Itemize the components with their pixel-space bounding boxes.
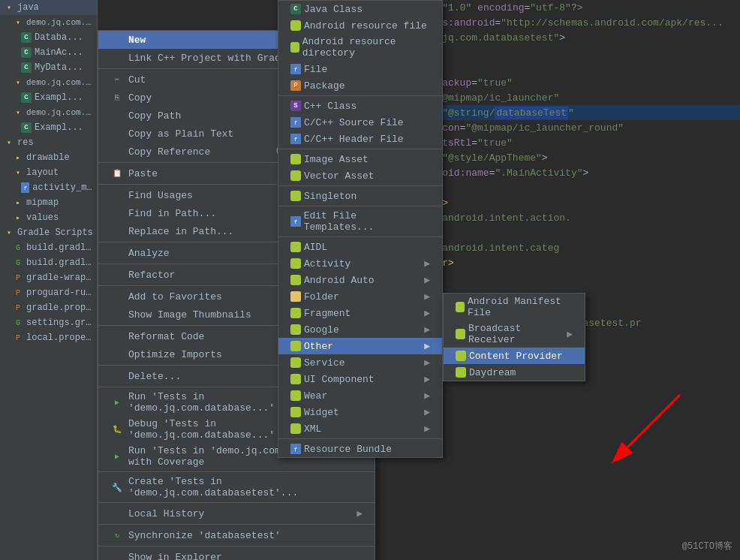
tree-item-mydata[interactable]: C MyData... — [0, 60, 97, 75]
menu-item-local-history[interactable]: Local History ▶ — [98, 504, 375, 522]
tree-item-exampl1[interactable]: C Exampl... — [0, 90, 97, 105]
tree-label: MainAc... — [35, 47, 83, 58]
tree-item-build2[interactable]: G build.gradle (Mo... — [0, 255, 97, 270]
menu-item-label: Analyze — [128, 248, 170, 259]
menu-item-label: Resource Bundle — [304, 444, 392, 455]
menu-item-create-tests[interactable]: 🔧 Create 'Tests in 'demo.jq.com.database… — [98, 474, 375, 501]
menu-item-label: Add to Favorites — [128, 291, 222, 303]
find-path-icon — [110, 206, 124, 220]
menu-item-sync[interactable]: ↻ Synchronize 'databasetest' — [98, 526, 375, 544]
tree-item-activity[interactable]: f activity_ma... — [0, 180, 97, 195]
java-class-icon: C — [21, 122, 32, 133]
tree-item-gradle-wrapper[interactable]: P gradle-wrapper.p... — [0, 270, 97, 285]
submenu-new-package[interactable]: P Package — [278, 77, 442, 94]
tree-label: demo.jq.com.... — [26, 78, 94, 87]
menu-item-show-explorer[interactable]: Show in Explorer — [98, 548, 375, 560]
submenu-new-cpp-class[interactable]: S C++ Class — [278, 98, 442, 114]
submenu-other-daydream[interactable]: Daydream — [444, 364, 585, 381]
separator — [98, 502, 375, 503]
android-icon — [290, 407, 301, 417]
tree-item-drawable[interactable]: ▸ drawable — [0, 150, 97, 165]
submenu-new-android-resource-file[interactable]: Android resource file — [278, 17, 442, 34]
submenu-new-google[interactable]: Google ▶ — [278, 321, 442, 338]
delete-icon — [110, 369, 124, 383]
submenu-new-cpp-header[interactable]: f C/C++ Header File — [278, 131, 442, 147]
menu-item-label: Link C++ Project with Gradle — [128, 53, 292, 64]
tree-label: gradle-wrapper.p... — [26, 272, 94, 283]
tree-item-java[interactable]: ▾ java — [0, 0, 97, 15]
submenu-new-other[interactable]: Other ▶ — [278, 338, 442, 354]
tree-item-build1[interactable]: G build.gradle (Proj... — [0, 240, 97, 255]
tree-label: mipmap — [26, 197, 59, 208]
android-icon — [290, 258, 301, 269]
tree-item-databa[interactable]: C Databa... — [0, 30, 97, 45]
android-icon — [290, 423, 301, 434]
menu-item-label: Wear — [304, 390, 327, 402]
arrow-icon: ▶ — [424, 257, 430, 269]
tree-item-gradle-scripts[interactable]: ▾ Gradle Scripts — [0, 225, 97, 240]
submenu-new-fragment[interactable]: Fragment ▶ — [278, 305, 442, 321]
tree-item-proguard[interactable]: P proguard-rules.p... — [0, 285, 97, 300]
tree-label: res — [17, 137, 34, 148]
submenu-other-broadcast[interactable]: Broadcast Receiver ▶ — [444, 321, 585, 348]
submenu-other-content-provider[interactable]: Content Provider — [444, 348, 585, 364]
menu-item-label: XML — [304, 423, 321, 435]
submenu-new-folder[interactable]: Folder ▶ — [278, 288, 442, 305]
submenu-new-service[interactable]: Service ▶ — [278, 354, 442, 371]
java-class-icon: C — [21, 62, 32, 73]
submenu-new-wear[interactable]: Wear ▶ — [278, 387, 442, 404]
menu-item-label: Show in Explorer — [128, 552, 222, 561]
submenu-new-widget[interactable]: Widget ▶ — [278, 404, 442, 420]
tree-item-mainac[interactable]: C MainAc... — [0, 45, 97, 60]
submenu-new-android-resource-dir[interactable]: Android resource directory — [278, 34, 442, 61]
submenu-new-android-auto[interactable]: Android Auto ▶ — [278, 272, 442, 288]
tree-label: values — [26, 212, 59, 223]
tree-item-layout[interactable]: ▾ layout — [0, 165, 97, 180]
submenu-new-ui-component[interactable]: UI Component ▶ — [278, 371, 442, 387]
tree-item-demo3[interactable]: ▾ demo.jq.com.... — [0, 105, 97, 120]
separator — [278, 149, 442, 149]
android-icon — [290, 170, 301, 181]
folder-icon: ▸ — [12, 152, 24, 164]
android-icon — [290, 324, 301, 335]
tree-item-gradle-props[interactable]: P gradle.properties... — [0, 300, 97, 315]
menu-item-label: Copy as Plain Text — [128, 128, 233, 140]
android-icon — [290, 341, 301, 351]
submenu-new-file[interactable]: f File — [278, 61, 442, 77]
submenu-new-activity[interactable]: Activity ▶ — [278, 255, 442, 272]
coverage-icon: ▶ — [110, 450, 124, 463]
menu-item-label: Android Manifest File — [468, 296, 573, 318]
menu-item-label: Refactor — [128, 269, 175, 281]
submenu-new-image-asset[interactable]: Image Asset — [278, 151, 442, 167]
tree-item-values[interactable]: ▸ values — [0, 210, 97, 225]
submenu-new-xml[interactable]: XML ▶ — [278, 420, 442, 437]
new-icon — [110, 33, 124, 47]
arrow-icon: ▶ — [424, 324, 430, 336]
submenu-new-cpp-source[interactable]: f C/C++ Source File — [278, 114, 442, 131]
menu-item-label: Vector Asset — [304, 170, 375, 182]
tree-item-mipmap[interactable]: ▸ mipmap — [0, 195, 97, 210]
menu-item-label: Reformat Code — [128, 331, 204, 342]
tree-label: build.gradle (Mo... — [26, 257, 94, 268]
submenu-new-aidl[interactable]: AIDL — [278, 239, 442, 255]
tree-item-res[interactable]: ▾ res — [0, 135, 97, 150]
submenu-new-vector-asset[interactable]: Vector Asset — [278, 167, 442, 184]
tree-label: settings.gradle (P... — [26, 318, 94, 328]
menu-item-label: Google — [304, 324, 339, 336]
menu-item-label: Broadcast Receiver — [468, 323, 567, 345]
tree-item-local[interactable]: P local.properties (P... — [0, 330, 97, 345]
submenu-new-java-class[interactable]: C Java Class — [278, 1, 442, 17]
tree-item-demo1[interactable]: ▾ demo.jq.com.databasetest — [0, 15, 97, 30]
submenu-new-singleton[interactable]: Singleton — [278, 188, 442, 204]
tree-item-demo2[interactable]: ▾ demo.jq.com.... — [0, 75, 97, 90]
menu-item-label: Local History — [128, 508, 204, 519]
sync-icon: ↻ — [110, 528, 124, 542]
submenu-new-edit-templates[interactable]: f Edit File Templates... — [278, 208, 442, 235]
tree-label: proguard-rules.p... — [26, 288, 94, 298]
tree-item-settings[interactable]: G settings.gradle (P... — [0, 315, 97, 330]
tree-item-exampl2[interactable]: C Exampl... — [0, 120, 97, 135]
submenu-other-manifest[interactable]: Android Manifest File — [444, 294, 585, 321]
file-icon: f — [290, 64, 301, 74]
folder-icon: ▾ — [12, 77, 24, 89]
submenu-new-resource-bundle[interactable]: f Resource Bundle — [278, 441, 442, 457]
